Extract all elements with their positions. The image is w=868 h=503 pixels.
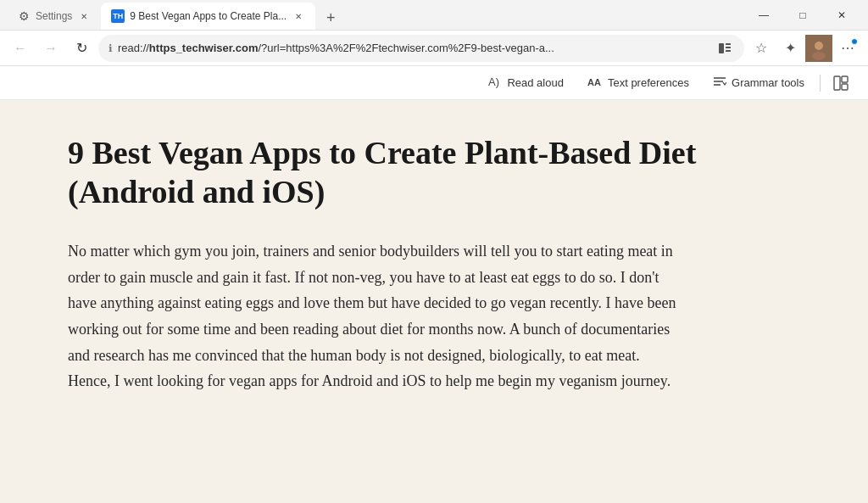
svg-rect-2 (726, 47, 731, 48)
user-avatar (805, 35, 832, 62)
favorites-button[interactable]: ☆ (748, 35, 775, 62)
grammar-tools-label: Grammar tools (732, 76, 804, 89)
settings-tab-favicon: ⚙ (17, 9, 31, 23)
extensions-button[interactable]: ⋯ (834, 35, 861, 62)
svg-point-6 (812, 52, 826, 60)
star-icon: ☆ (755, 40, 767, 56)
grammar-tools-button[interactable]: Grammar tools (701, 70, 816, 96)
settings-tab-label: Settings (36, 10, 72, 22)
read-aloud-icon: A) (488, 75, 502, 91)
settings-tab[interactable]: ⚙ Settings ✕ (7, 3, 101, 30)
active-tab-close[interactable]: ✕ (292, 9, 305, 23)
tab-bar: ⚙ Settings ✕ TH 9 Best Vegan Apps to Cre… (7, 0, 744, 30)
th-favicon: TH (111, 9, 125, 23)
svg-text:AA: AA (587, 77, 601, 87)
title-bar: ⚙ Settings ✕ TH 9 Best Vegan Apps to Cre… (0, 0, 868, 31)
active-tab-label: 9 Best Vegan Apps to Create Pla... (130, 10, 287, 22)
text-preferences-button[interactable]: AA Text preferences (576, 70, 701, 96)
address-text: read://https_techwiser.com/?url=https%3A… (118, 42, 710, 54)
active-tab[interactable]: TH 9 Best Vegan Apps to Create Pla... ✕ (101, 3, 315, 30)
article-title: 9 Best Vegan Apps to Create Plant-Based … (68, 134, 800, 211)
svg-rect-14 (842, 84, 848, 90)
exit-reader-button[interactable] (827, 70, 854, 97)
active-tab-favicon: TH (111, 9, 125, 23)
info-icon: ℹ (108, 42, 113, 54)
svg-rect-0 (719, 43, 724, 53)
window-controls: — □ ✕ (744, 2, 861, 29)
refresh-button[interactable]: ↻ (68, 35, 95, 62)
text-prefs-icon: AA (587, 75, 603, 91)
address-path: /?url=https%3A%2F%2Ftechwiser.com%2F9-be… (258, 42, 554, 54)
svg-rect-1 (726, 43, 731, 45)
svg-point-5 (815, 42, 823, 50)
nav-actions: ☆ ✦ ⋯ (748, 35, 861, 62)
minimize-button[interactable]: — (744, 2, 783, 29)
settings-tab-close[interactable]: ✕ (77, 9, 91, 23)
new-tab-button[interactable]: + (319, 6, 342, 30)
svg-rect-13 (842, 76, 848, 82)
notification-badge (851, 38, 858, 45)
read-aloud-label: Read aloud (507, 76, 564, 89)
maximize-button[interactable]: □ (783, 2, 822, 29)
svg-text:A): A) (488, 75, 499, 88)
content-area: 9 Best Vegan Apps to Create Plant-Based … (0, 100, 868, 503)
forward-button[interactable]: → (37, 35, 64, 62)
reader-view-icon[interactable] (715, 39, 734, 58)
text-preferences-label: Text preferences (608, 76, 689, 89)
address-bar[interactable]: ℹ read://https_techwiser.com/?url=https%… (98, 35, 744, 62)
svg-rect-12 (834, 76, 840, 90)
gear-icon: ⚙ (19, 9, 30, 23)
grammar-tools-icon (713, 75, 726, 91)
collections-icon: ✦ (785, 40, 796, 56)
address-domain: https_techwiser.com (149, 42, 259, 54)
svg-rect-3 (726, 50, 731, 52)
close-button[interactable]: ✕ (822, 2, 861, 29)
read-aloud-button[interactable]: A) Read aloud (476, 70, 576, 96)
reader-toolbar: A) Read aloud AA Text preferences Gramma… (0, 66, 868, 100)
collections-button[interactable]: ✦ (776, 35, 804, 62)
article-body: No matter which gym you join, trainers a… (68, 238, 678, 394)
back-button[interactable]: ← (7, 35, 34, 62)
address-prefix: read:// (118, 42, 149, 54)
avatar-button[interactable] (805, 35, 832, 62)
nav-bar: ← → ↻ ℹ read://https_techwiser.com/?url=… (0, 31, 868, 66)
toolbar-divider (820, 75, 821, 92)
